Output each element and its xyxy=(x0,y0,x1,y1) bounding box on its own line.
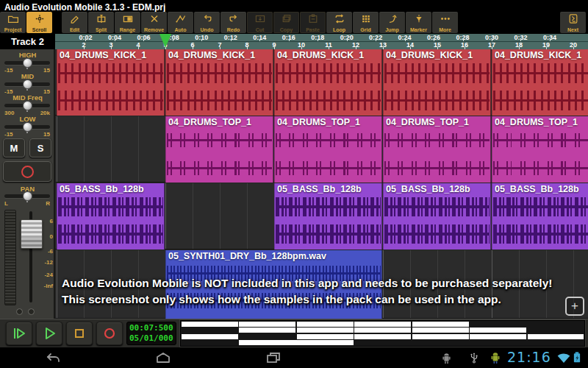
status-debug-robot-icon xyxy=(441,352,452,364)
eq-high-slider[interactable] xyxy=(4,61,50,65)
grid-icon xyxy=(360,14,372,24)
eq-mid-slider[interactable] xyxy=(4,82,50,86)
waveform xyxy=(493,197,588,216)
nav-recents-button[interactable] xyxy=(262,351,285,364)
audio-clip[interactable]: 05_BASS_Bb_128b xyxy=(57,183,165,250)
waveform xyxy=(384,161,490,175)
time-display: 00:07:500 05/01/000 xyxy=(126,322,176,345)
toolbar-button-edit[interactable]: Edit xyxy=(62,12,87,33)
clip-label: 05_SYNTH01_DRY_Bb_128bpm.wav xyxy=(165,250,382,261)
clip-label: 05_BASS_Bb_128b xyxy=(57,183,165,194)
overview-clip-segment xyxy=(182,322,238,327)
pan-slider[interactable] xyxy=(4,194,50,198)
waveform xyxy=(58,91,163,110)
eq-low-slider[interactable] xyxy=(4,125,50,129)
overview-row-drums-top xyxy=(181,328,584,333)
toolbar-button-loop[interactable]: Loop xyxy=(326,12,352,33)
next-icon xyxy=(567,14,579,24)
track-lane-bass[interactable]: 05_BASS_Bb_128b05_BASS_Bb_128b05_BASS_Bb… xyxy=(55,183,588,250)
remove-x-icon xyxy=(148,14,160,24)
audio-clip[interactable]: 04_DRUMS_KICK_1 xyxy=(492,49,588,116)
overview-clip-segment xyxy=(470,328,526,333)
toolbar-button-marker[interactable]: Marker xyxy=(406,12,431,33)
eq-low-range: -1515 xyxy=(4,131,50,138)
toolbar-button-label: Remove xyxy=(144,26,164,33)
toolbar-button-cut[interactable]: Cut xyxy=(247,12,273,33)
status-battery-icon xyxy=(573,350,581,364)
toolbar-button-remove[interactable]: Remove xyxy=(141,12,167,33)
add-track-button[interactable]: + xyxy=(565,297,584,316)
toolbar-button-project[interactable]: Project xyxy=(0,12,26,33)
nav-home-button[interactable] xyxy=(151,351,175,364)
toolbar-button-undo[interactable]: Undo xyxy=(194,12,220,33)
watermark-line1: Audio Evolution Mobile is NOT included i… xyxy=(62,275,581,291)
fader-scale-label: 0 xyxy=(37,233,53,240)
clip-label: 05_BASS_Bb_128b xyxy=(383,183,491,194)
toolbar-button-split[interactable]: Split xyxy=(88,12,114,33)
waveform xyxy=(493,161,588,175)
solo-button[interactable]: S xyxy=(29,138,51,158)
audio-clip[interactable]: 04_DRUMS_KICK_1 xyxy=(57,49,165,116)
audio-clip[interactable]: 04_DRUMS_TOP_1 xyxy=(492,116,588,183)
overview-clip-segment xyxy=(297,334,354,339)
track-lane-drums-kick[interactable]: 04_DRUMS_KICK_104_DRUMS_KICK_104_DRUMS_K… xyxy=(55,49,588,116)
waveform xyxy=(276,224,381,244)
audio-clip[interactable]: 05_BASS_Bb_128b xyxy=(492,183,588,250)
cut-icon xyxy=(254,14,266,24)
ruler-tick xyxy=(85,39,86,41)
toolbar-button-label: Redo xyxy=(227,26,240,33)
toolbar-button-label: Cut xyxy=(256,26,265,33)
toolbar-button-redo[interactable]: Redo xyxy=(220,12,246,33)
toolbar-button-grid[interactable]: Grid xyxy=(353,12,379,33)
play-button[interactable] xyxy=(36,322,62,345)
plus-icon: + xyxy=(571,299,578,313)
audio-clip[interactable]: 04_DRUMS_KICK_1 xyxy=(165,49,273,116)
record-button[interactable] xyxy=(96,322,123,345)
audio-clip[interactable]: 04_DRUMS_KICK_1 xyxy=(274,49,382,116)
song-overview[interactable] xyxy=(180,320,585,347)
toolbar-button-range[interactable]: Range xyxy=(115,12,140,33)
pan-right-label: R xyxy=(46,200,50,207)
playhead-marker[interactable] xyxy=(159,34,171,48)
toolbar-button-auto[interactable]: Auto xyxy=(168,12,193,33)
copy-icon xyxy=(281,14,293,24)
eq-midfreq-slider[interactable] xyxy=(4,104,50,107)
arm-record-button[interactable] xyxy=(3,161,51,182)
nav-back-button[interactable] xyxy=(41,351,65,364)
audio-clip[interactable]: 05_BASS_Bb_128b xyxy=(383,183,491,250)
waveform xyxy=(167,161,272,175)
waveform xyxy=(58,224,163,244)
panel-indicator-dot xyxy=(16,308,23,315)
toolbar-button-label: Copy xyxy=(280,26,293,33)
audio-clip[interactable]: 04_DRUMS_TOP_1 xyxy=(274,116,382,183)
timeline-ruler[interactable]: 0:020:040:060:080:100:120:140:160:180:20… xyxy=(55,34,588,50)
play-from-start-button[interactable] xyxy=(6,322,32,345)
audio-clip[interactable]: 04_DRUMS_TOP_1 xyxy=(165,116,273,183)
toolbar-button-scroll[interactable]: Scroll xyxy=(26,12,52,33)
toolbar-button-label: Project xyxy=(4,26,22,33)
time-clock-value: 00:07:500 xyxy=(129,323,176,333)
toolbar-button-copy[interactable]: Copy xyxy=(273,12,299,33)
toolbar-button-jump[interactable]: Jump xyxy=(379,12,405,33)
watermark-line2: This screenshot only shows how the sampl… xyxy=(62,291,581,308)
clip-label: 04_DRUMS_KICK_1 xyxy=(492,49,588,60)
range-max: 15 xyxy=(43,131,50,138)
ruler-tick xyxy=(347,39,348,41)
solo-label: S xyxy=(37,143,44,154)
track-name-header[interactable]: Track 2 xyxy=(0,34,55,49)
toolbar-button-label: Split xyxy=(96,26,107,33)
track-lane-drums-top[interactable]: 04_DRUMS_TOP_104_DRUMS_TOP_104_DRUMS_TOP… xyxy=(55,116,588,183)
audio-clip[interactable]: 04_DRUMS_KICK_1 xyxy=(383,49,491,116)
audio-clip[interactable]: 05_BASS_Bb_128b xyxy=(274,183,382,250)
vu-meter xyxy=(4,210,16,305)
toolbar-button-paste[interactable]: Paste xyxy=(300,12,326,33)
track-name: Track 2 xyxy=(11,36,44,47)
toolbar-button-more[interactable]: More xyxy=(432,12,458,33)
toolbar-button-next[interactable]: Next xyxy=(560,12,586,33)
audio-clip[interactable]: 04_DRUMS_TOP_1 xyxy=(383,116,491,183)
fader-scale-label: -24 xyxy=(37,272,53,278)
overview-clip-segment xyxy=(412,328,469,333)
mute-button[interactable]: M xyxy=(3,138,25,158)
stop-button[interactable] xyxy=(66,322,93,345)
status-android-robot-icon xyxy=(490,351,501,364)
